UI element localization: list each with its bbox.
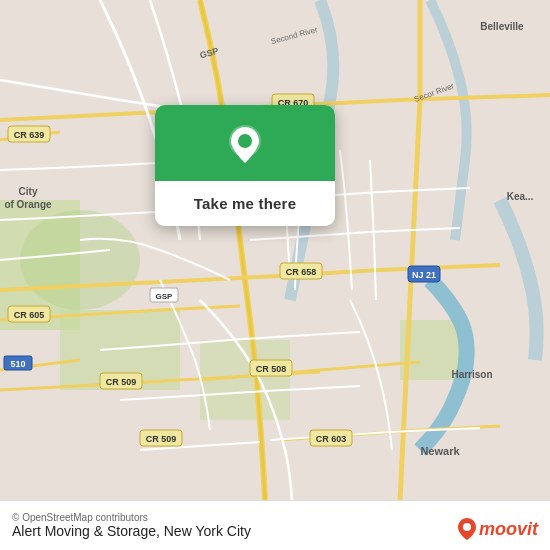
svg-text:Belleville: Belleville <box>480 21 524 32</box>
svg-text:CR 603: CR 603 <box>316 434 347 444</box>
svg-text:NJ 21: NJ 21 <box>412 270 436 280</box>
map-background: CR 670 CR 658 CR 639 CR 605 CR 509 CR 50… <box>0 0 550 500</box>
moovit-logo: moovit <box>458 518 538 540</box>
popup-header <box>155 105 335 181</box>
svg-text:Harrison: Harrison <box>451 369 492 380</box>
svg-text:CR 508: CR 508 <box>256 364 287 374</box>
moovit-pin-icon <box>458 518 476 540</box>
svg-text:GSP: GSP <box>156 292 174 301</box>
svg-text:Kea...: Kea... <box>507 191 534 202</box>
svg-text:510: 510 <box>10 359 25 369</box>
map-container: CR 670 CR 658 CR 639 CR 605 CR 509 CR 50… <box>0 0 550 500</box>
moovit-brand-text: moovit <box>479 519 538 540</box>
svg-text:Newark: Newark <box>420 445 460 457</box>
svg-point-5 <box>20 210 140 310</box>
svg-text:CR 658: CR 658 <box>286 267 317 277</box>
svg-text:City: City <box>19 186 38 197</box>
svg-text:CR 605: CR 605 <box>14 310 45 320</box>
svg-point-39 <box>463 523 471 531</box>
svg-text:CR 509: CR 509 <box>106 377 137 387</box>
svg-text:CR 639: CR 639 <box>14 130 45 140</box>
location-pin-icon <box>223 123 267 167</box>
svg-text:of Orange: of Orange <box>4 199 52 210</box>
take-me-there-button[interactable]: Take me there <box>155 181 335 226</box>
popup-card: Take me there <box>155 105 335 226</box>
svg-point-38 <box>238 134 252 148</box>
bottom-bar: © OpenStreetMap contributors Alert Movin… <box>0 500 550 550</box>
svg-text:CR 509: CR 509 <box>146 434 177 444</box>
